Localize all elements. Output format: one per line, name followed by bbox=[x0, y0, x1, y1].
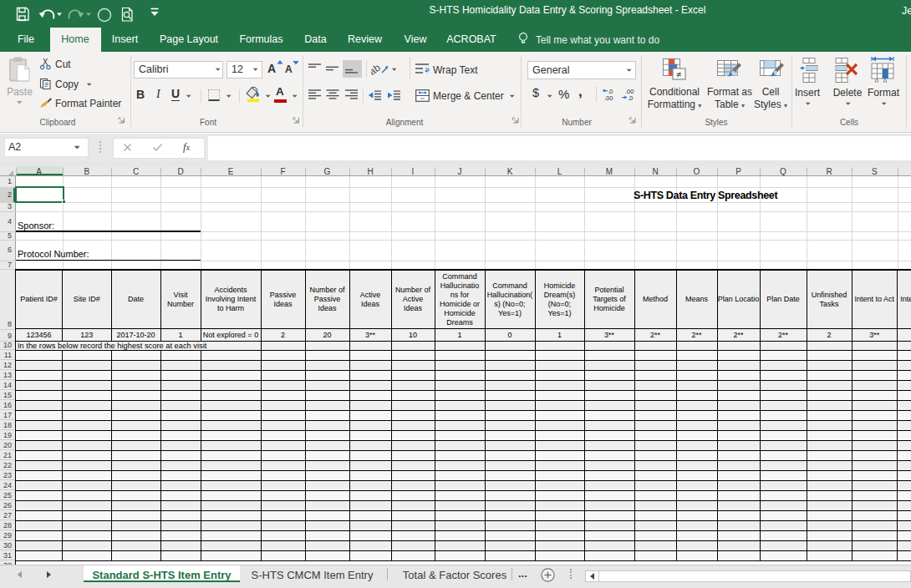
svg-text:≠: ≠ bbox=[676, 69, 681, 79]
svg-text:.00: .00 bbox=[604, 94, 613, 102]
svg-text:ab: ab bbox=[371, 62, 383, 76]
